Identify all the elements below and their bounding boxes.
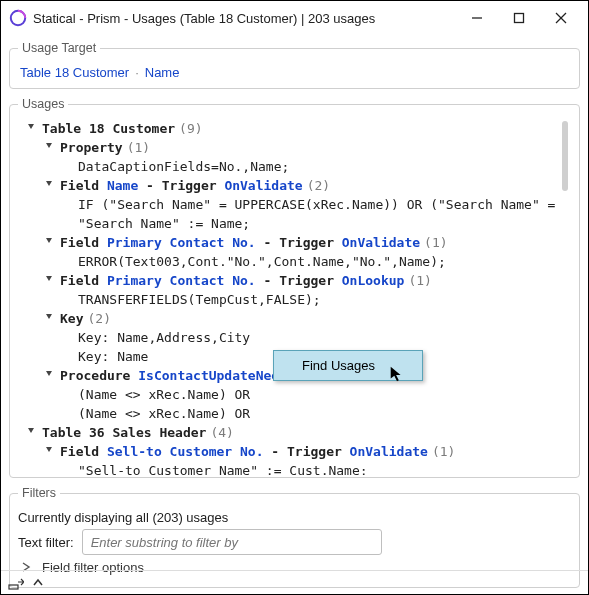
usage-code-line[interactable]: "Sell-to Customer Name" := Cust.Name; [20,461,557,475]
usage-count: (9) [179,119,202,138]
usage-tree-node[interactable]: Key (2) [20,309,557,328]
window-title: Statical - Prism - Usages (Table 18 Cust… [33,11,456,26]
usage-tree-node[interactable]: Field Name - Trigger OnValidate (2) [20,176,557,195]
node-label: Table 18 Customer [42,119,175,138]
usage-code-line[interactable]: "Search Name" := Name; [20,214,557,233]
filters-legend: Filters [18,486,60,500]
code-text: (Name <> xRec.Name) OR [78,385,250,404]
cursor-icon [388,365,406,383]
usage-code-line[interactable]: (Name <> xRec.Name) OR [20,385,557,404]
node-label: Procedure IsContactUpdateNeeded [60,366,303,385]
target-object-link[interactable]: Table 18 Customer [20,65,129,80]
export-icon[interactable] [7,574,25,592]
code-text: Key: Name [78,347,148,366]
usage-count: (1) [127,138,150,157]
usage-count: (1) [424,233,447,252]
usage-tree-node[interactable]: Field Primary Contact No. - Trigger OnLo… [20,271,557,290]
node-label: Table 36 Sales Header [42,423,206,442]
node-label: Field Primary Contact No. - Trigger OnVa… [60,233,420,252]
node-label: Property [60,138,123,157]
usage-target-group: Usage Target Table 18 Customer · Name [9,41,580,89]
chevron-down-icon[interactable] [42,309,56,321]
code-text: IF ("Search Name" = UPPERCASE(xRec.Name)… [78,195,557,214]
chevron-down-icon[interactable] [42,366,56,378]
chevron-down-icon[interactable] [42,176,56,188]
text-filter-label: Text filter: [18,535,74,550]
filters-summary: Currently displaying all (203) usages [18,510,228,525]
usage-target-legend: Usage Target [18,41,100,55]
scroll-thumb[interactable] [562,121,568,191]
usage-tree-node[interactable]: Table 36 Sales Header (4) [20,423,557,442]
chevron-down-icon[interactable] [24,423,38,435]
code-text: (Name <> xRec.Name) OR [78,404,250,423]
usage-tree-node[interactable]: Field Sell-to Customer No. - Trigger OnV… [20,442,557,461]
usage-code-line[interactable]: DataCaptionFields=No.,Name; [20,157,557,176]
usage-code-line[interactable]: IF ("Search Name" = UPPERCASE(xRec.Name)… [20,195,557,214]
target-separator: · [135,65,139,80]
svg-rect-2 [515,14,524,23]
usage-code-line[interactable]: Key: Name,Address,City [20,328,557,347]
usage-count: (2) [87,309,110,328]
code-text: "Search Name" := Name; [78,214,250,233]
usage-tree-node[interactable]: Property (1) [20,138,557,157]
svg-rect-5 [9,585,18,589]
usage-count: (2) [307,176,330,195]
usage-count: (1) [408,271,431,290]
maximize-button[interactable] [498,3,540,33]
chevron-down-icon[interactable] [42,271,56,283]
usage-code-line[interactable]: (Name <> xRec.Name) OR [20,404,557,423]
chevron-down-icon[interactable] [42,138,56,150]
titlebar: Statical - Prism - Usages (Table 18 Cust… [1,1,588,35]
chevron-down-icon[interactable] [42,442,56,454]
usage-count: (4) [210,423,233,442]
chevron-down-icon[interactable] [24,119,38,131]
node-label: Field Sell-to Customer No. - Trigger OnV… [60,442,428,461]
status-bar [1,570,588,594]
collapse-all-icon[interactable] [29,574,47,592]
window-controls [456,3,582,33]
node-label: Key [60,309,83,328]
scrollbar[interactable] [561,121,569,471]
usages-tree[interactable]: Table 18 Customer (9)Property (1)DataCap… [18,117,557,475]
usage-tree-node[interactable]: Table 18 Customer (9) [20,119,557,138]
close-button[interactable] [540,3,582,33]
usages-legend: Usages [18,97,68,111]
app-icon [9,9,27,27]
text-filter-input[interactable] [82,529,382,555]
usage-tree-node[interactable]: Field Primary Contact No. - Trigger OnVa… [20,233,557,252]
code-text: TRANSFERFIELDS(TempCust,FALSE); [78,290,321,309]
usage-count: (1) [432,442,455,461]
code-text: "Sell-to Customer Name" := Cust.Name; [78,461,368,475]
usages-group: Usages Table 18 Customer (9)Property (1)… [9,97,580,478]
code-text: DataCaptionFields=No.,Name; [78,157,289,176]
node-label: Field Name - Trigger OnValidate [60,176,303,195]
node-label: Field Primary Contact No. - Trigger OnLo… [60,271,404,290]
target-member-link[interactable]: Name [145,65,180,80]
code-text: ERROR(Text003,Cont."No.",Cont.Name,"No."… [78,252,446,271]
minimize-button[interactable] [456,3,498,33]
usage-code-line[interactable]: ERROR(Text003,Cont."No.",Cont.Name,"No."… [20,252,557,271]
chevron-down-icon[interactable] [42,233,56,245]
usage-code-line[interactable]: TRANSFERFIELDS(TempCust,FALSE); [20,290,557,309]
code-text: Key: Name,Address,City [78,328,250,347]
